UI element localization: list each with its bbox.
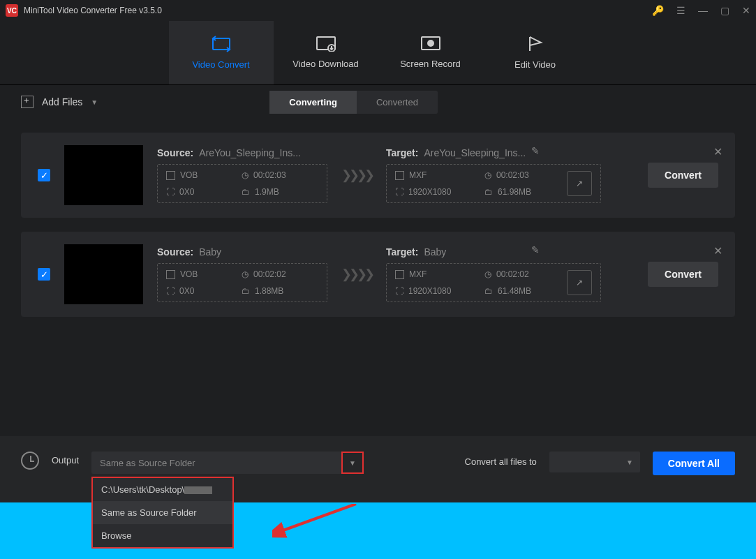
tgt-size: 🗀61.48MB xyxy=(484,286,561,296)
tab-label: Video Convert xyxy=(192,59,249,70)
film-icon xyxy=(166,171,175,180)
dropdown-item-path[interactable]: C:\Users\tk\Desktop\ xyxy=(93,478,232,501)
app-logo: VC xyxy=(6,4,18,17)
folder-icon: 🗀 xyxy=(484,187,493,197)
format-selector[interactable]: ▼ xyxy=(549,452,640,472)
chevron-down-icon[interactable]: ▼ xyxy=(91,98,98,106)
caret-down-icon: ▼ xyxy=(626,459,633,466)
source-header: Source:AreYou_Sleeping_Ins... xyxy=(157,147,327,158)
item-checkbox[interactable]: ✓ xyxy=(38,169,50,181)
src-size: 🗀1.88MB xyxy=(242,286,318,296)
add-files-label: Add Files xyxy=(42,96,82,107)
output-label: Output xyxy=(52,455,79,465)
tgt-duration: ◷00:02:02 xyxy=(484,269,561,279)
redacted-text xyxy=(184,486,212,494)
convert-button[interactable]: Convert xyxy=(648,163,718,188)
src-size: 🗀1.9MB xyxy=(242,187,318,197)
source-info: Source:AreYou_Sleeping_Ins... VOB ◷00:02… xyxy=(157,147,327,203)
film-icon xyxy=(166,270,175,279)
edit-item-icon[interactable]: ✎ xyxy=(531,244,540,255)
clock-icon: ◷ xyxy=(484,170,491,180)
minimize-icon[interactable]: — xyxy=(698,5,708,16)
src-duration: ◷00:02:03 xyxy=(242,170,318,180)
arrow-icon: ❯❯❯❯ xyxy=(341,267,372,282)
src-resolution: ⛶0X0 xyxy=(166,187,236,197)
src-resolution: ⛶0X0 xyxy=(166,286,236,296)
tgt-format: MXF xyxy=(395,269,479,279)
tab-edit-video[interactable]: Edit Video xyxy=(483,21,588,84)
video-thumbnail[interactable] xyxy=(64,145,143,205)
add-files-icon xyxy=(21,96,34,108)
tgt-size: 🗀61.98MB xyxy=(484,187,561,197)
convert-all-button[interactable]: Convert All xyxy=(653,452,735,475)
tab-label: Edit Video xyxy=(514,59,556,70)
segment-converted[interactable]: Converted xyxy=(357,91,438,114)
toolbar: Add Files ▼ Converting Converted xyxy=(0,85,756,119)
expand-icon: ⛶ xyxy=(166,286,175,296)
conversion-item: ✓ Source:Baby VOB ◷00:02:02 ⛶0X0 🗀1.88MB… xyxy=(21,232,735,317)
main-nav: Video Convert Video Download Screen Reco… xyxy=(0,21,756,85)
add-files-button[interactable]: Add Files ▼ xyxy=(21,96,98,108)
remove-item-icon[interactable]: ✕ xyxy=(713,145,722,158)
dropdown-item-browse[interactable]: Browse xyxy=(93,524,232,547)
expand-icon: ⛶ xyxy=(395,187,403,197)
tab-screen-record[interactable]: Screen Record xyxy=(378,21,483,84)
folder-icon: 🗀 xyxy=(484,286,493,296)
tgt-duration: ◷00:02:03 xyxy=(484,170,561,180)
src-format: VOB xyxy=(166,269,236,279)
segment-converting[interactable]: Converting xyxy=(269,91,357,114)
clock-icon: ◷ xyxy=(484,269,491,279)
tgt-format: MXF xyxy=(395,170,479,180)
svg-line-5 xyxy=(279,504,356,532)
output-dropdown-caret[interactable]: ▼ xyxy=(341,452,364,474)
output-dropdown-menu: C:\Users\tk\Desktop\ Same as Source Fold… xyxy=(91,477,234,549)
status-segment: Converting Converted xyxy=(269,91,438,114)
download-icon xyxy=(316,36,336,52)
conversion-item: ✓ Source:AreYou_Sleeping_Ins... VOB ◷00:… xyxy=(21,133,735,218)
src-duration: ◷00:02:02 xyxy=(242,269,318,279)
annotation-arrow xyxy=(272,504,363,546)
output-dropdown[interactable]: Same as Source Folder xyxy=(91,452,343,474)
svg-point-4 xyxy=(428,40,433,46)
convert-all-label: Convert all files to xyxy=(465,456,537,467)
window-controls: 🔑 ☰ — ▢ ✕ xyxy=(652,5,750,16)
source-info: Source:Baby VOB ◷00:02:02 ⛶0X0 🗀1.88MB xyxy=(157,246,327,302)
tgt-resolution: ⛶1920X1080 xyxy=(395,286,479,296)
menu-icon[interactable]: ☰ xyxy=(676,5,685,16)
folder-icon: 🗀 xyxy=(242,187,250,197)
target-header: Target:Baby xyxy=(386,246,601,258)
film-icon xyxy=(395,270,404,279)
convert-icon xyxy=(212,36,231,52)
tab-video-download[interactable]: Video Download xyxy=(274,21,378,84)
folder-icon: 🗀 xyxy=(242,286,250,296)
arrow-icon: ❯❯❯❯ xyxy=(341,167,372,183)
remove-item-icon[interactable]: ✕ xyxy=(713,244,722,258)
maximize-icon[interactable]: ▢ xyxy=(720,5,729,16)
expand-icon: ⛶ xyxy=(166,187,175,197)
key-icon[interactable]: 🔑 xyxy=(652,5,664,16)
titlebar: VC MiniTool Video Converter Free v3.5.0 … xyxy=(0,0,756,21)
caret-down-icon: ▼ xyxy=(349,459,356,467)
target-info: Target:AreYou_Sleeping_Ins... MXF ◷00:02… xyxy=(386,147,601,203)
tgt-resolution: ⛶1920X1080 xyxy=(395,187,479,197)
footer-bar: Output Same as Source Folder ▼ C:\Users\… xyxy=(0,436,756,502)
tab-label: Video Download xyxy=(292,59,358,69)
edit-item-icon[interactable]: ✎ xyxy=(531,145,540,156)
video-thumbnail[interactable] xyxy=(64,244,143,304)
close-icon[interactable]: ✕ xyxy=(742,5,750,16)
source-header: Source:Baby xyxy=(157,246,327,258)
tab-label: Screen Record xyxy=(400,59,461,69)
schedule-icon[interactable] xyxy=(21,452,39,470)
src-format: VOB xyxy=(166,170,236,180)
clock-icon: ◷ xyxy=(242,269,249,279)
file-list: ✓ Source:AreYou_Sleeping_Ins... VOB ◷00:… xyxy=(0,119,756,436)
tab-video-convert[interactable]: Video Convert xyxy=(169,21,274,84)
dropdown-item-same[interactable]: Same as Source Folder xyxy=(93,501,232,524)
record-icon xyxy=(421,36,440,52)
convert-button[interactable]: Convert xyxy=(648,262,718,287)
target-header: Target:AreYou_Sleeping_Ins... xyxy=(386,147,601,158)
edit-icon xyxy=(527,36,544,52)
target-settings-button[interactable]: ↗ xyxy=(567,171,592,196)
item-checkbox[interactable]: ✓ xyxy=(38,268,50,281)
target-settings-button[interactable]: ↗ xyxy=(567,270,592,295)
